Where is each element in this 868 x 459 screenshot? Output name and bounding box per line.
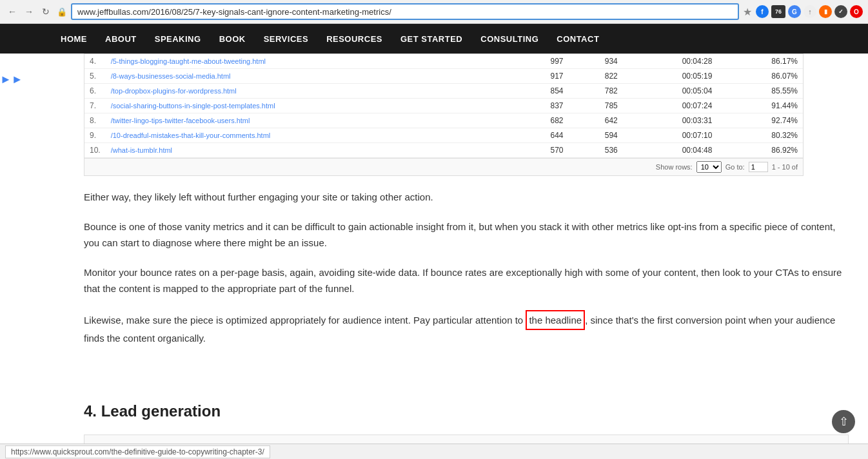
row-v4: 91.44% (717, 99, 803, 113)
nav-about[interactable]: ABOUT (96, 24, 146, 54)
nav-services[interactable]: SERVICES (255, 24, 318, 54)
row-url: /8-ways-businesses-social-media.html (106, 69, 515, 84)
row-v1: 917 (514, 69, 568, 84)
page-range: 1 - 10 of (772, 163, 798, 171)
table-row: 9. /10-dreadful-mistakes-that-kill-your-… (84, 128, 803, 143)
row-url: /twitter-lingo-tips-twitter-facebook-use… (106, 113, 515, 128)
site-nav: HOME ABOUT SPEAKING BOOK SERVICES RESOUR… (0, 24, 868, 54)
row-num: 6. (84, 84, 106, 99)
table-row: 7. /social-sharing-buttons-in-single-pos… (84, 99, 803, 113)
headline-text: the headline (529, 315, 582, 326)
nav-get-started[interactable]: GET STARTED (391, 24, 471, 54)
watermark-area: Jeffbulas.com linking Quicksprout.com (84, 360, 849, 398)
status-url: https://www.quicksprout.com/the-definiti… (5, 445, 270, 458)
status-bar: https://www.quicksprout.com/the-definiti… (0, 444, 868, 459)
browser-extension-icons: f 76 G ↑ ▮ ✓ O (756, 5, 863, 18)
table-footer: Show rows: 10 25 Go to: 1 - 10 of (84, 158, 803, 175)
forward-button[interactable]: → (22, 5, 36, 19)
row-url: /top-dropbox-plugins-for-wordpress.html (106, 84, 515, 99)
paragraph-2: Bounce is one of those vanity metrics an… (84, 219, 849, 251)
row-v1: 854 (514, 84, 568, 99)
row-v3: 00:07:24 (623, 99, 718, 113)
ext-icon-4[interactable]: ↑ (804, 5, 816, 18)
row-v2: 782 (569, 84, 623, 99)
nav-buttons: ← → ↻ (5, 5, 53, 19)
row-v2: 594 (569, 128, 623, 143)
go-to-label: Go to: (725, 163, 745, 171)
ext-icon-3[interactable]: G (788, 5, 801, 18)
analytics-table: 4. /5-things-blogging-taught-me-about-tw… (84, 54, 803, 158)
paragraph-4: Likewise, make sure the piece is optimiz… (84, 310, 849, 347)
row-num: 4. (84, 54, 106, 69)
row-v4: 86.92% (717, 143, 803, 158)
row-v2: 934 (569, 54, 623, 69)
ext-icon-1[interactable]: f (756, 5, 769, 18)
paragraph-3: Monitor your bounce rates on a per-page … (84, 264, 849, 297)
data-table-container: 4. /5-things-blogging-taught-me-about-tw… (84, 54, 804, 176)
row-url: /what-is-tumblr.html (106, 143, 515, 158)
row-num: 10. (84, 143, 106, 158)
show-rows-label: Show rows: (656, 163, 693, 171)
side-arrows[interactable]: ►► (0, 73, 23, 86)
row-num: 7. (84, 99, 106, 113)
bookmark-icon[interactable]: ★ (743, 6, 752, 18)
row-v4: 92.74% (717, 113, 803, 128)
row-v4: 85.55% (717, 84, 803, 99)
row-v3: 00:07:10 (623, 128, 718, 143)
row-v4: 86.17% (717, 54, 803, 69)
nav-consulting[interactable]: CONSULTING (471, 24, 547, 54)
row-v1: 837 (514, 99, 568, 113)
row-num: 8. (84, 113, 106, 128)
back-button[interactable]: ← (5, 5, 19, 19)
table-row: 10. /what-is-tumblr.html 570 536 00:04:4… (84, 143, 803, 158)
address-bar-row: ← → ↻ 🔒 ★ f 76 G ↑ ▮ ✓ O (0, 0, 868, 23)
headline-highlight-box: the headline (526, 310, 585, 331)
nav-home[interactable]: HOME (52, 24, 96, 54)
paragraph-1: Either way, they likely left without fur… (84, 189, 849, 206)
row-url: /10-dreadful-mistakes-that-kill-your-com… (106, 128, 515, 143)
reload-button[interactable]: ↻ (39, 5, 53, 19)
body-text: Either way, they likely left without fur… (64, 189, 868, 459)
table-row: 4. /5-things-blogging-taught-me-about-tw… (84, 54, 803, 69)
lock-icon: 🔒 (57, 7, 67, 17)
show-rows-select[interactable]: 10 25 (696, 161, 722, 173)
row-v2: 536 (569, 143, 623, 158)
browser-chrome: ← → ↻ 🔒 ★ f 76 G ↑ ▮ ✓ O (0, 0, 868, 24)
row-url: /social-sharing-buttons-in-single-post-t… (106, 99, 515, 113)
row-v1: 570 (514, 143, 568, 158)
row-num: 9. (84, 128, 106, 143)
row-v2: 822 (569, 69, 623, 84)
row-v4: 80.32% (717, 128, 803, 143)
row-v1: 682 (514, 113, 568, 128)
row-url: /5-things-blogging-taught-me-about-tweet… (106, 54, 515, 69)
row-v3: 00:04:28 (623, 54, 718, 69)
scroll-to-top-button[interactable]: ⇧ (832, 410, 855, 433)
row-v3: 00:05:19 (623, 69, 718, 84)
table-row: 8. /twitter-lingo-tips-twitter-facebook-… (84, 113, 803, 128)
nav-resources[interactable]: RESOURCES (317, 24, 391, 54)
ext-icon-7[interactable]: O (850, 5, 863, 18)
address-bar[interactable] (71, 3, 739, 20)
row-v1: 997 (514, 54, 568, 69)
table-row: 5. /8-ways-businesses-social-media.html … (84, 69, 803, 84)
go-to-input[interactable] (749, 162, 768, 172)
nav-speaking[interactable]: SPEAKING (146, 24, 210, 54)
page-body: ►► 4. /5-things-blogging-taught-me-about… (0, 54, 868, 459)
para4-start: Likewise, make sure the piece is optimiz… (84, 315, 523, 326)
section-heading: 4. Lead generation (84, 398, 849, 425)
row-v2: 642 (569, 113, 623, 128)
row-num: 5. (84, 69, 106, 84)
row-v2: 785 (569, 99, 623, 113)
row-v4: 86.07% (717, 69, 803, 84)
table-row: 6. /top-dropbox-plugins-for-wordpress.ht… (84, 84, 803, 99)
row-v3: 00:04:48 (623, 143, 718, 158)
row-v1: 644 (514, 128, 568, 143)
nav-contact[interactable]: CONTACT (547, 24, 608, 54)
nav-book[interactable]: BOOK (210, 24, 255, 54)
row-v3: 00:05:04 (623, 84, 718, 99)
ext-icon-6[interactable]: ✓ (834, 5, 847, 18)
ext-icon-5[interactable]: ▮ (819, 5, 832, 18)
ext-icon-2[interactable]: 76 (771, 5, 785, 18)
row-v3: 00:03:31 (623, 113, 718, 128)
